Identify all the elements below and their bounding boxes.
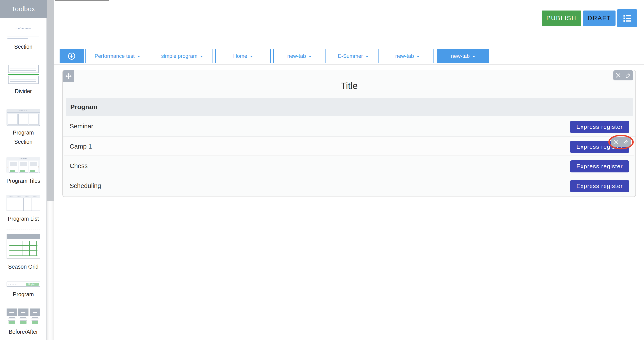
chevron-down-icon (200, 56, 203, 58)
add-tab-button[interactable] (60, 49, 84, 63)
program-name: Seminar (70, 123, 93, 130)
chevron-down-icon (472, 56, 475, 58)
toolbox-sidebar: Toolbox Section Divider (0, 0, 47, 340)
toolbox-item-label: Season Grid (8, 262, 38, 271)
tab-label: Home (233, 53, 247, 59)
tab-label: E-Summer (338, 53, 363, 59)
remove-widget-icon[interactable] (615, 72, 621, 78)
row-actions (611, 137, 631, 147)
clipped-text-artifact (74, 47, 110, 47)
move-icon (65, 73, 72, 80)
sidebar-scrollbar-thumb[interactable] (47, 0, 54, 201)
tab-new-tab-1[interactable]: new-tab (273, 49, 326, 63)
toolbox-item-program-section[interactable]: Program Section (0, 109, 47, 146)
program-name: Camp 1 (70, 143, 92, 150)
widget-actions (613, 70, 633, 80)
chevron-down-icon (366, 56, 369, 58)
section-icon (8, 26, 39, 40)
tab-home[interactable]: Home (215, 49, 271, 63)
table-row: Scheduling (63, 176, 636, 196)
before-after-icon (6, 308, 40, 324)
program-section-icon (6, 109, 40, 126)
tab-label: new-tab (395, 53, 414, 59)
draft-button[interactable]: DRAFT (583, 10, 616, 26)
toolbox-item-section[interactable]: Section (0, 26, 47, 51)
toolbox-item-label: Before/After (9, 327, 38, 336)
page-list-button[interactable] (617, 9, 637, 27)
toolbox-item-season-grid[interactable]: Season Grid (0, 234, 47, 271)
table-header: Program (66, 98, 632, 116)
remove-row-icon[interactable] (614, 139, 619, 145)
table-row: Chess (63, 156, 636, 176)
edit-widget-icon[interactable] (626, 72, 631, 78)
program-name: Scheduling (70, 182, 101, 190)
tab-new-tab-3-active[interactable]: new-tab (437, 49, 489, 63)
chevron-down-icon (309, 56, 312, 58)
tab-label: simple program (161, 53, 197, 59)
toolbox-title: Toolbox (12, 5, 35, 13)
express-register-button[interactable]: Express register (570, 160, 629, 172)
tab-label: new-tab (451, 53, 470, 59)
tab-e-summer[interactable]: E-Summer (328, 49, 378, 63)
widget-drag-handle[interactable] (63, 70, 74, 82)
chevron-down-icon (137, 56, 140, 58)
chevron-left-icon: ‹ (7, 165, 8, 169)
tab-label: Performance test (95, 53, 135, 59)
tabbar-bottom-border (54, 64, 644, 64)
toolbox-item-label: Program Section (8, 128, 38, 146)
app-bottom-border (0, 340, 644, 340)
table-row: Camp 1 (63, 137, 636, 156)
widget-title: Title (63, 81, 636, 91)
program-icon: Register (6, 282, 40, 287)
tab-new-tab-2[interactable]: new-tab (381, 49, 434, 63)
program-name: Chess (70, 162, 88, 170)
table-row: Seminar (63, 116, 636, 136)
divider-icon (8, 65, 39, 85)
edit-row-icon[interactable] (624, 139, 629, 145)
toolbox-item-program-list[interactable]: Program List (0, 195, 47, 223)
toolbox-item-program-tiles[interactable]: ‹ › Program Tiles (0, 157, 47, 185)
toolbox-item-label: Section (14, 42, 32, 51)
toolbox-item-divider[interactable]: Divider (0, 65, 47, 96)
chevron-down-icon (417, 56, 420, 58)
tab-simple-program[interactable]: simple program (152, 49, 212, 63)
toolbox-item-program[interactable]: Register Program (0, 282, 47, 299)
register-pill: Register (26, 283, 39, 286)
plus-circle-icon (67, 52, 76, 60)
chevron-down-icon (250, 56, 253, 58)
topbar-divider (54, 36, 644, 36)
row-divider (63, 136, 636, 136)
toolbox-group-divider (6, 229, 40, 230)
toolbox-item-label: Divider (15, 86, 32, 96)
sidebar-scrollbar-track (47, 0, 54, 340)
express-register-button[interactable]: Express register (570, 180, 629, 192)
toolbox-item-label: Program List (8, 214, 39, 223)
season-grid-icon (6, 234, 40, 258)
program-list-icon (6, 195, 40, 211)
toolbox-header: Toolbox (0, 0, 47, 18)
list-icon (622, 13, 632, 24)
program-widget: Title Program Seminar Express register C… (62, 70, 636, 197)
express-register-button[interactable]: Express register (570, 121, 629, 133)
tab-performance-test[interactable]: Performance test (86, 49, 150, 63)
program-tiles-icon: ‹ › (6, 157, 40, 173)
top-notch-artifact (55, 0, 109, 1)
tab-label: new-tab (287, 53, 306, 59)
table-header-label: Program (70, 103, 97, 111)
toolbox-item-label: Program Tiles (6, 176, 40, 185)
toolbox-item-before-after[interactable]: Before/After (0, 308, 47, 336)
publish-button[interactable]: PUBLISH (542, 10, 581, 26)
chevron-right-icon: › (38, 165, 40, 169)
toolbox-item-label: Program (13, 290, 34, 299)
